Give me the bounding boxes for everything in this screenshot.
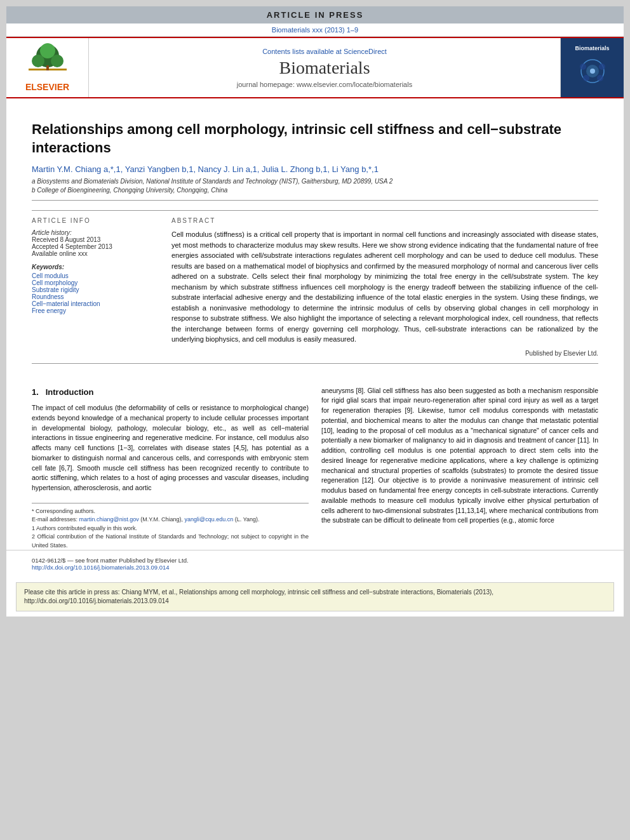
- citation-bar: Please cite this article in press as: Ch…: [16, 582, 614, 611]
- published-by: Published by Elsevier Ltd.: [171, 350, 598, 357]
- section-title-text: Introduction: [46, 387, 94, 397]
- intro-paragraph-left: The impact of cell modulus (the deformab…: [32, 403, 309, 493]
- received-date: Received 8 August 2013: [32, 236, 159, 243]
- affiliation-b: b College of Bioengineering, Chongqing U…: [32, 187, 598, 194]
- body-right-column: aneurysms [8]. Glial cell stiffness has …: [321, 386, 598, 550]
- sciencedirect-text: Contents lists available at ScienceDirec…: [262, 48, 387, 55]
- corresponding-authors-note: * Corresponding authors.: [32, 507, 309, 516]
- article-info-header: ARTICLE INFO: [32, 217, 159, 224]
- journal-header: ELSEVIER Contents lists available at Sci…: [6, 37, 624, 98]
- body-left-column: 1. Introduction The impact of cell modul…: [32, 386, 309, 550]
- section-number: 1.: [32, 387, 39, 397]
- intro-section-title: 1. Introduction: [32, 386, 309, 399]
- footnotes: * Corresponding authors. E-mail addresse…: [32, 503, 309, 550]
- banner-text: ARTICLE IN PRESS: [267, 10, 364, 20]
- keyword-1: Cell modulus: [32, 272, 159, 279]
- abstract-header: ABSTRACT: [171, 217, 598, 224]
- abstract-text: Cell modulus (stiffness) is a critical c…: [171, 229, 598, 345]
- abstract-column: ABSTRACT Cell modulus (stiffness) is a c…: [171, 217, 598, 357]
- svg-rect-2: [46, 65, 49, 70]
- article-info-column: ARTICLE INFO Article history: Received 8…: [32, 217, 159, 357]
- journal-volume-info: Biomaterials xxx (2013) 1–9: [272, 26, 358, 34]
- svg-point-11: [599, 63, 605, 70]
- sciencedirect-link[interactable]: Contents lists available at ScienceDirec…: [95, 48, 554, 55]
- page: ARTICLE IN PRESS Biomaterials xxx (2013)…: [6, 6, 624, 617]
- email-label: E-mail addresses:: [32, 516, 79, 523]
- biomaterials-cover-icon: [567, 54, 618, 89]
- article-history: Article history: Received 8 August 2013 …: [32, 229, 159, 257]
- history-label: Article history:: [32, 229, 159, 236]
- biomaterials-logo-area: Biomaterials: [560, 38, 624, 97]
- main-content: Relationships among cell morphology, int…: [6, 98, 624, 373]
- keywords-label: Keywords:: [32, 263, 159, 270]
- elsevier-tree-icon: [25, 43, 70, 78]
- footnote-1: 1 Authors contributed equally in this wo…: [32, 524, 309, 533]
- elsevier-logo-area: ELSEVIER: [6, 38, 89, 97]
- email-yang[interactable]: yangli@cqu.edu.cn: [185, 516, 234, 523]
- body-two-columns: 1. Introduction The impact of cell modul…: [32, 386, 598, 550]
- svg-point-5: [40, 43, 55, 58]
- footnote-2: 2 Official contribution of the National …: [32, 533, 309, 550]
- email-note: E-mail addresses: martin.chiang@nist.gov…: [32, 516, 309, 524]
- keyword-3: Substrate rigidity: [32, 286, 159, 293]
- issn-line: 0142-9612/$ — see front matter Published…: [32, 557, 598, 564]
- svg-point-13: [597, 75, 603, 81]
- article-info-abstract-section: ARTICLE INFO Article history: Received 8…: [32, 210, 598, 364]
- doi-line[interactable]: http://dx.doi.org/10.1016/j.biomaterials…: [32, 564, 598, 571]
- svg-point-3: [32, 55, 44, 67]
- journal-info-bar: Biomaterials xxx (2013) 1–9: [6, 23, 624, 37]
- affiliation-a: a Biosystems and Biomaterials Division, …: [32, 178, 598, 185]
- introduction-section: 1. Introduction The impact of cell modul…: [6, 386, 624, 550]
- available-online: Available online xxx: [32, 250, 159, 257]
- article-in-press-banner: ARTICLE IN PRESS: [6, 6, 624, 23]
- svg-point-4: [51, 55, 64, 67]
- email-chiang[interactable]: martin.chiang@nist.gov: [79, 516, 139, 523]
- keywords-section: Keywords: Cell modulus Cell morphology S…: [32, 263, 159, 314]
- keyword-5: Cell−material interaction: [32, 300, 159, 307]
- keyword-2: Cell morphology: [32, 279, 159, 286]
- svg-point-12: [583, 75, 589, 81]
- accepted-date: Accepted 4 September 2013: [32, 243, 159, 250]
- bottom-info: 0142-9612/$ — see front matter Published…: [6, 550, 624, 577]
- article-title: Relationships among cell morphology, int…: [32, 121, 598, 157]
- biomaterials-logo-text: Biomaterials: [567, 45, 618, 51]
- email-yang-name: (L. Yang).: [235, 516, 260, 523]
- keyword-6: Free energy: [32, 307, 159, 314]
- elsevier-logo: ELSEVIER: [25, 43, 70, 92]
- svg-point-10: [580, 63, 586, 70]
- intro-paragraph-right: aneurysms [8]. Glial cell stiffness has …: [321, 386, 598, 526]
- journal-name: Biomaterials: [95, 58, 554, 78]
- elsevier-wordmark: ELSEVIER: [25, 82, 70, 92]
- svg-point-9: [590, 69, 595, 74]
- biomaterials-logo: Biomaterials: [564, 42, 621, 93]
- email-chiang-name: (M.Y.M. Chiang),: [140, 516, 184, 523]
- journal-title-area: Contents lists available at ScienceDirec…: [89, 38, 560, 97]
- authors-line: Martin Y.M. Chiang a,*,1, Yanzi Yangben …: [32, 164, 598, 174]
- keyword-4: Roundness: [32, 293, 159, 300]
- journal-url: journal homepage: www.elsevier.com/locat…: [95, 81, 554, 88]
- citation-text: Please cite this article in press as: Ch…: [24, 589, 493, 604]
